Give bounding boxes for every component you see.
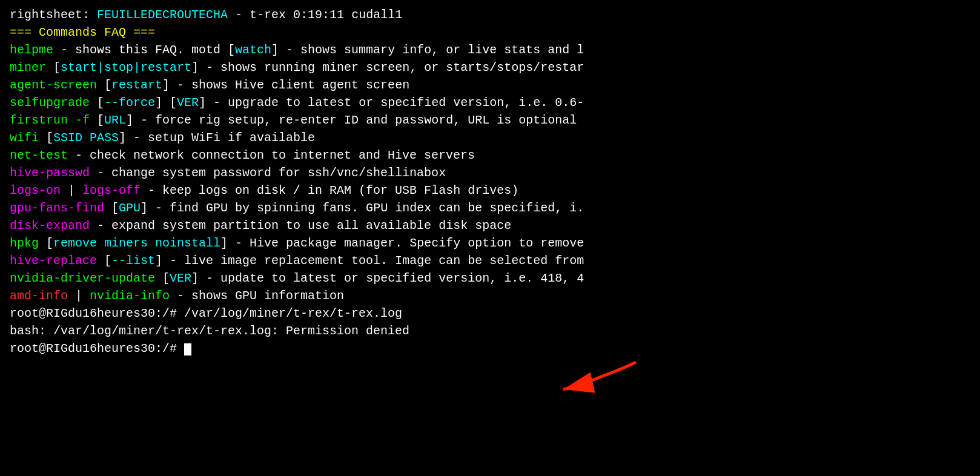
terminal-text: ] - find GPU by spinning fans. GPU index… (141, 201, 584, 215)
terminal-text: net-test (10, 148, 68, 162)
terminal-text: ] - live image replacement tool. Image c… (155, 254, 584, 268)
terminal-line: wifi [SSID PASS] - setup WiFi if availab… (10, 129, 970, 147)
terminal-text: GPU (119, 201, 141, 215)
terminal-text: nvidia-info (90, 289, 170, 303)
terminal-text: [ (39, 236, 53, 250)
arrow-annotation (527, 356, 648, 398)
terminal-text: miner (10, 61, 46, 74)
terminal-text: [ (104, 201, 119, 215)
terminal-line: root@RIGdu16heures30:/# /var/log/miner/t… (10, 305, 970, 322)
terminal-line: hive-replace [--list] - live image repla… (10, 252, 970, 269)
terminal-line: miner [start|stop|restart] - shows runni… (10, 59, 970, 76)
terminal-text: ] - shows Hive client agent screen (162, 78, 409, 92)
terminal: rightsheet: FEUILLEDECROUTECHA - t-rex 0… (10, 6, 970, 357)
terminal-text: [ (155, 271, 170, 285)
terminal-line: selfupgrade [--force] [VER] - upgrade to… (10, 94, 970, 111)
terminal-text: hive-passwd (10, 166, 90, 180)
terminal-text: wifi (10, 131, 39, 145)
terminal-text: --list (111, 254, 155, 268)
terminal-text: ] - update to latest or specified versio… (191, 271, 584, 285)
terminal-text: [ (46, 61, 61, 74)
terminal-text: root@RIGdu16heures30:/# /var/log/miner/t… (10, 306, 402, 320)
terminal-text: 0:19:11 cudall1 (293, 8, 402, 22)
terminal-text: SSID PASS (53, 131, 119, 145)
terminal-line: root@RIGdu16heures30:/# (10, 340, 970, 357)
terminal-text: remove miners noinstall (53, 236, 220, 250)
terminal-line: rightsheet: FEUILLEDECROUTECHA - t-rex 0… (10, 6, 970, 24)
terminal-text: [ (97, 78, 111, 92)
terminal-line: === Commands FAQ === (10, 24, 970, 41)
terminal-text: VER (177, 96, 199, 110)
terminal-text: watch (235, 43, 271, 57)
terminal-text: firstrun -f (10, 113, 90, 127)
terminal-text: [ (90, 96, 104, 110)
terminal-text: amd-info (10, 289, 68, 303)
terminal-text: disk-expand (10, 219, 90, 233)
terminal-cursor (184, 343, 191, 355)
terminal-line: bash: /var/log/miner/t-rex/t-rex.log: Pe… (10, 322, 970, 340)
terminal-line: firstrun -f [URL] - force rig setup, re-… (10, 111, 970, 129)
terminal-text: logs-on (10, 183, 61, 197)
terminal-text: ] - setup WiFi if available (119, 131, 315, 145)
terminal-line: logs-on | logs-off - keep logs on disk /… (10, 182, 970, 199)
terminal-text: ] - shows running miner screen, or start… (191, 61, 584, 74)
terminal-text: - shows GPU information (170, 289, 344, 303)
terminal-text: - t-rex (228, 8, 293, 22)
terminal-text: --force (104, 96, 155, 110)
terminal-text: ] [ (155, 96, 177, 110)
terminal-text: | (61, 183, 82, 197)
terminal-text: URL (104, 113, 126, 127)
terminal-line: nvidia-driver-update [VER] - update to l… (10, 269, 970, 287)
terminal-text: - expand system partition to use all ava… (90, 219, 511, 233)
terminal-text: rightsheet: (10, 8, 97, 22)
terminal-text: [ (97, 254, 111, 268)
terminal-text: - shows this FAQ. motd [ (53, 43, 235, 57)
terminal-text: selfupgrade (10, 96, 90, 110)
terminal-text: === Commands FAQ === (10, 25, 155, 39)
terminal-text: helpme (10, 43, 53, 57)
terminal-text: bash: /var/log/miner/t-rex/t-rex.log: Pe… (10, 324, 409, 338)
terminal-text: - change system password for ssh/vnc/she… (90, 166, 446, 180)
terminal-line: helpme - shows this FAQ. motd [watch] - … (10, 41, 970, 59)
terminal-text: - keep logs on disk / in RAM (for USB Fl… (141, 183, 518, 197)
terminal-text: hpkg (10, 236, 39, 250)
terminal-text: ] - upgrade to latest or specified versi… (199, 96, 584, 110)
terminal-text: ] - Hive package manager. Specify option… (220, 236, 584, 250)
terminal-text: ] - shows summary info, or live stats an… (271, 43, 584, 57)
terminal-text: [ (90, 113, 104, 127)
terminal-text: nvidia-driver-update (10, 271, 155, 285)
terminal-text: start|stop|restart (61, 61, 191, 74)
terminal-line: net-test - check network connection to i… (10, 147, 970, 164)
terminal-text: [ (39, 131, 53, 145)
terminal-line: amd-info | nvidia-info - shows GPU infor… (10, 287, 970, 305)
terminal-text: gpu-fans-find (10, 201, 104, 215)
terminal-text: hive-replace (10, 254, 97, 268)
terminal-text: ] - force rig setup, re-enter ID and pas… (126, 113, 577, 127)
terminal-text: VER (170, 271, 191, 285)
terminal-line: hive-passwd - change system password for… (10, 164, 970, 182)
terminal-text: FEUILLEDECROUTECHA (97, 8, 228, 22)
terminal-line: agent-screen [restart] - shows Hive clie… (10, 76, 970, 94)
terminal-line: gpu-fans-find [GPU] - find GPU by spinni… (10, 199, 970, 217)
terminal-text: root@RIGdu16heures30:/# (10, 342, 184, 355)
terminal-text: restart (111, 78, 162, 92)
terminal-line: disk-expand - expand system partition to… (10, 217, 970, 234)
terminal-text: logs-off (82, 183, 141, 197)
terminal-line: hpkg [remove miners noinstall] - Hive pa… (10, 234, 970, 252)
terminal-text: - check network connection to internet a… (68, 148, 475, 162)
terminal-text: | (68, 289, 90, 303)
terminal-text: agent-screen (10, 78, 97, 92)
